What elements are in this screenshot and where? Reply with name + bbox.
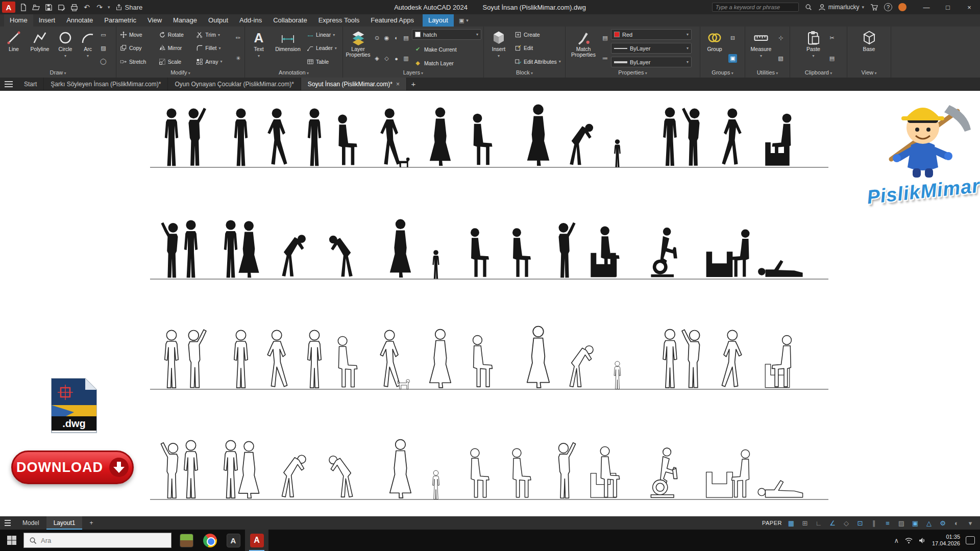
linear-dim-tool[interactable]: Linear▾ (305, 31, 338, 38)
ellipse-tool-icon[interactable]: ◯ (99, 57, 108, 66)
download-button[interactable]: DOWNLOAD (11, 450, 134, 484)
polyline-tool[interactable]: Polyline (27, 28, 53, 68)
ribbon-tab-view[interactable]: View (142, 14, 167, 27)
figure-dog[interactable] (398, 158, 410, 167)
figure-stand[interactable] (234, 330, 248, 388)
figure-sit[interactable] (473, 336, 493, 387)
drawing-canvas[interactable]: PislikMimar .dwg DOWNLOAD (0, 91, 980, 516)
start-button[interactable] (0, 530, 23, 551)
figure-sit[interactable] (512, 448, 531, 497)
group-button[interactable]: Group (702, 28, 727, 68)
osnap-icon[interactable]: ⊡ (855, 518, 865, 528)
properties-palette-icon[interactable]: ▤ (601, 34, 609, 42)
figure-wave[interactable] (188, 108, 206, 165)
taskbar-app-game[interactable] (175, 530, 198, 551)
figure-chair[interactable] (706, 252, 733, 277)
arc-tool[interactable]: Arc▾ (78, 28, 97, 68)
ribbon-tab-layout[interactable]: Layout (423, 14, 454, 27)
create-block-button[interactable]: Create (513, 31, 562, 38)
ribbon-tab-express-tools[interactable]: Express Tools (313, 14, 365, 27)
array-tool[interactable]: Array▾ (194, 55, 232, 68)
match-layer-button[interactable]: ◆ Match Layer (412, 59, 481, 67)
layer-isolate-icon[interactable]: ◈ (373, 54, 381, 63)
file-tabs-menu-icon[interactable] (0, 78, 17, 90)
linetype-dropdown[interactable]: ByLayer ▾ (611, 43, 692, 54)
figure-stand[interactable] (234, 108, 248, 166)
match-properties-button[interactable]: Match Properties (568, 28, 599, 68)
figure-wave[interactable] (161, 222, 178, 278)
figure-sit[interactable] (471, 228, 489, 277)
figure-bend[interactable] (570, 346, 593, 387)
circle-tool[interactable]: Circle▾ (54, 28, 77, 68)
figure-row-1[interactable] (165, 105, 792, 167)
scale-tool[interactable]: Scale (157, 55, 194, 68)
figure-stand[interactable] (663, 108, 677, 166)
figure-walk[interactable] (267, 108, 287, 164)
workspace-gear-icon[interactable]: ⚙ (938, 518, 947, 528)
figure-stand[interactable] (663, 330, 677, 388)
lineweight-dropdown[interactable]: ByLayer ▾ (611, 57, 692, 67)
isolate-objects-icon[interactable]: ◐ (952, 518, 961, 528)
ribbon-tab-insert[interactable]: Insert (33, 14, 61, 27)
snap-icon[interactable]: ⊞ (800, 518, 810, 528)
figure-lie[interactable] (758, 260, 803, 277)
make-current-button[interactable]: ✔ Make Current (412, 45, 481, 54)
figure-stand[interactable] (165, 330, 178, 388)
figure-wave[interactable] (559, 222, 576, 278)
drawing-viewport[interactable] (0, 91, 980, 516)
search-icon[interactable] (805, 4, 812, 11)
layer-color-icon[interactable]: ▤ (402, 34, 410, 42)
selection-cycling-icon[interactable]: ▣ (911, 518, 920, 528)
qat-dropdown-icon[interactable]: ▾ (108, 5, 110, 10)
otrack-icon[interactable]: ∥ (869, 518, 878, 528)
panel-label-utilities[interactable]: Utilities (745, 69, 790, 78)
help-search-input[interactable] (712, 3, 799, 12)
group-edit-icon[interactable]: ▣ (728, 54, 737, 63)
figure-walk[interactable] (380, 330, 400, 386)
figure-stand[interactable] (614, 361, 621, 389)
table-tool[interactable]: Table (305, 58, 338, 65)
ribbon-tab-output[interactable]: Output (203, 14, 234, 27)
cart-icon[interactable] (870, 4, 878, 11)
figure-wave[interactable] (559, 443, 576, 498)
grid-icon[interactable]: ▦ (787, 518, 796, 528)
rectangle-tool-icon[interactable]: ▭ (99, 31, 108, 39)
ribbon-tab-manage[interactable]: Manage (167, 14, 203, 27)
panel-label-modify[interactable]: Modify (116, 69, 244, 78)
figure-stand[interactable] (184, 220, 198, 278)
figure-dress[interactable] (527, 327, 550, 388)
rotate-tool[interactable]: Rotate (157, 28, 194, 41)
edit-block-button[interactable]: Edit (513, 44, 562, 52)
layer-freeze-icon[interactable]: ◉ (382, 34, 391, 42)
paper-space-label[interactable]: PAPER (762, 520, 782, 526)
plot-icon[interactable] (69, 3, 79, 12)
redo-icon[interactable]: ↷ (95, 3, 104, 12)
properties-list-icon[interactable]: ≔ (601, 54, 609, 63)
figure-stand[interactable] (224, 440, 237, 498)
figure-sit[interactable] (512, 228, 531, 277)
ribbon-tab-featured-apps[interactable]: Featured Apps (365, 14, 420, 27)
taskbar-app-chrome[interactable] (198, 530, 222, 551)
figure-dress[interactable] (390, 219, 411, 278)
layer-on-icon[interactable]: ⊙ (373, 34, 381, 42)
panel-label-clipboard[interactable]: Clipboard (790, 69, 847, 78)
figure-bike[interactable] (651, 228, 677, 277)
figure-walk[interactable] (722, 108, 741, 164)
ribbon-display-toggle-icon[interactable]: ▣ ▾ (459, 14, 469, 27)
figure-sit[interactable] (338, 336, 357, 387)
line-tool[interactable]: Line (2, 28, 26, 68)
isodraft-icon[interactable]: ◇ (842, 518, 851, 528)
new-file-tab-button[interactable]: + (407, 78, 420, 90)
quick-select-icon[interactable]: ▧ (776, 54, 785, 63)
maximize-button[interactable]: □ (937, 0, 959, 14)
figure-row-3[interactable] (165, 327, 792, 389)
figure-dress[interactable] (527, 105, 550, 166)
figure-stand[interactable] (308, 108, 321, 166)
fillet-tool[interactable]: Fillet▾ (194, 41, 232, 55)
copy-clip-icon[interactable]: ▤ (828, 54, 837, 63)
layer-off-icon[interactable]: ● (392, 54, 401, 63)
figure-wave[interactable] (161, 443, 178, 498)
panel-label-annotation[interactable]: Annotation (245, 69, 342, 78)
figure-dress[interactable] (390, 440, 411, 498)
figure-dress[interactable] (238, 441, 259, 498)
